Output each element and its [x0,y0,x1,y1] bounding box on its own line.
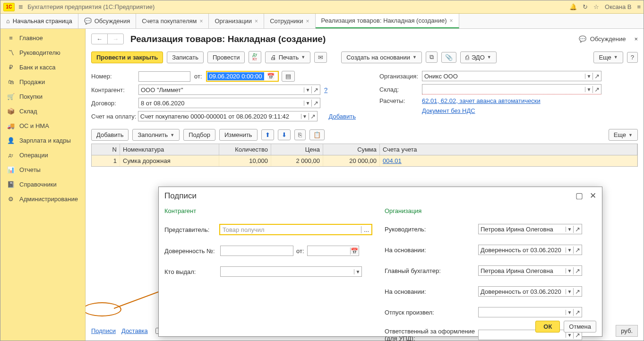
select-button[interactable]: Подбор [183,129,215,141]
poa-no-input[interactable] [220,246,293,256]
cancel-button[interactable]: Отмена [564,321,596,332]
sidebar-item-manager[interactable]: 〽Руководителю [0,45,85,60]
open-icon[interactable]: ↗ [592,73,601,80]
sidebar-item-warehouse[interactable]: 📦Склад [0,104,85,119]
close-icon[interactable]: × [450,17,453,24]
help-link[interactable]: ? [324,86,327,94]
calendar-icon[interactable]: 📅 [264,73,277,80]
settlements-link[interactable]: 62.01, 62.02, зачет аванса автоматически [422,97,541,104]
signs-link[interactable]: Подписи [91,327,116,334]
grid-more-button[interactable]: Еще▼ [609,129,638,141]
move-up-button[interactable]: ⬆ [261,129,274,140]
attach-button[interactable]: 📎 [441,52,456,63]
representative-input[interactable]: Товар получил... [219,224,372,235]
tab-sale[interactable]: Реализация товаров: Накладная (создание)… [316,14,459,28]
delivery-link[interactable]: Доставка [121,327,148,334]
chevron-down-icon[interactable]: ▼ [566,227,573,232]
table-row[interactable]: 1 Сумка дорожная 10,000 2 000,00 20 000,… [92,155,637,166]
sidebar-item-sales[interactable]: 🛍Продажи [0,75,85,89]
back-button[interactable]: ← [92,34,108,44]
doc-icon[interactable]: ▤ [282,71,295,82]
sidebar-item-reports[interactable]: 📊Отчеты [0,162,85,177]
history-icon[interactable]: ↻ [583,3,588,10]
sidebar-item-assets[interactable]: 🚚ОС и НМА [0,119,85,133]
chevron-down-icon[interactable]: ▼ [566,289,573,294]
help-button[interactable]: ? [627,52,638,63]
print-button[interactable]: 🖨Печать▼ [265,51,311,63]
open-icon[interactable]: ↗ [311,100,320,107]
nds-link[interactable]: Документ без НДС [422,107,475,114]
contract-combo[interactable]: 8 от 08.06.2020▼↗ [138,98,320,108]
number-input[interactable] [138,71,190,82]
close-page-icon[interactable]: × [634,35,638,43]
edo-button[interactable]: ⎙ЭДО▼ [460,51,497,63]
create-based-button[interactable]: Создать на основании▼ [341,51,422,63]
invoice-combo[interactable]: Счет покупателю 0000-000001 от 08.06.202… [138,111,318,121]
tab-invoices[interactable]: Счета покупателям× [136,14,209,28]
discuss-label[interactable]: Обсуждение [590,35,626,43]
star-icon[interactable]: ☆ [593,3,599,10]
open-icon[interactable]: ↗ [573,267,582,274]
tab-orgs[interactable]: Организации× [209,14,264,28]
open-icon[interactable]: ↗ [573,288,582,295]
issued-by-combo[interactable]: ▼ [220,266,362,277]
user-name[interactable]: Оксана В [605,3,631,10]
close-icon[interactable]: × [306,18,309,25]
maximize-icon[interactable]: ▢ [575,191,583,201]
ok-button[interactable]: ОК [535,321,560,332]
fill-button[interactable]: Заполнить▼ [132,129,180,141]
poa-date-input[interactable]: 📅 [307,246,359,256]
date-input[interactable]: 09.06.2020 0:00:00 📅 [206,71,279,82]
copy-button[interactable]: ⎘ [294,129,306,140]
org-combo[interactable]: Оникс ООО▼↗ [422,71,601,81]
move-down-button[interactable]: ⬇ [278,129,291,140]
paste-button[interactable]: 📋 [309,129,325,140]
chevron-down-icon[interactable]: ▼ [304,101,311,106]
items-grid[interactable]: N Номенклатура Количество Цена Сумма Сче… [91,144,638,167]
open-icon[interactable]: ↗ [573,247,582,254]
released-combo[interactable]: ▼↗ [478,307,582,317]
base1-combo[interactable]: Доверенность от 03.06.2020▼↗ [478,245,582,255]
tab-home[interactable]: ⌂Начальная страница [0,14,78,28]
choose-button[interactable]: ... [361,226,371,233]
menu-icon[interactable]: ≡ [18,3,23,11]
close-icon[interactable]: ✕ [590,191,596,201]
change-button[interactable]: Изменить [219,129,258,141]
chevron-down-icon[interactable]: ▼ [585,87,592,92]
tab-discuss[interactable]: 💬Обсуждения [78,14,137,28]
contractor-combo[interactable]: ООО "Лиммет"▼↗ [138,85,320,95]
chevron-down-icon[interactable]: ▼ [566,332,573,338]
structure-button[interactable]: ⧉ [426,51,438,63]
warehouse-combo[interactable]: ▼↗ [422,84,601,94]
open-icon[interactable]: ↗ [573,226,582,233]
chevron-down-icon[interactable]: ▼ [304,87,311,93]
sidebar-item-hr[interactable]: 👤Зарплата и кадры [0,133,85,148]
accountant-combo[interactable]: Петрова Ирина Олеговна▼↗ [478,265,582,276]
account-link[interactable]: 004.01 [383,157,402,164]
post-close-button[interactable]: Провести и закрыть [91,51,163,63]
chevron-down-icon[interactable]: ▼ [566,268,573,273]
more-button[interactable]: Еще▼ [593,51,623,63]
open-icon[interactable]: ↗ [573,309,582,316]
add-row-button[interactable]: Добавить [91,129,129,141]
app-menu-icon[interactable]: ≡ [637,3,641,10]
chevron-down-icon[interactable]: ▼ [354,269,361,274]
save-button[interactable]: Записать [167,51,204,63]
bell-icon[interactable]: 🔔 [569,3,577,10]
sidebar-item-admin[interactable]: ⚙Администрирование [0,192,85,206]
sidebar-item-bank[interactable]: ₽Банк и касса [0,60,85,75]
chevron-down-icon[interactable]: ▼ [301,114,309,119]
chevron-down-icon[interactable]: ▼ [566,247,573,253]
sidebar-item-purchases[interactable]: 🛒Покупки [0,89,85,104]
dtkt-button[interactable]: ДтКт [249,51,261,63]
open-icon[interactable]: ↗ [592,86,601,93]
chevron-down-icon[interactable]: ▼ [585,74,592,79]
sidebar-item-main[interactable]: ≡Главное [0,31,85,45]
chevron-down-icon[interactable]: ▼ [566,310,573,315]
calendar-icon[interactable]: 📅 [350,247,359,255]
director-combo[interactable]: Петрова Ирина Олеговна▼↗ [478,224,582,234]
base2-combo[interactable]: Доверенность от 03.06.2020▼↗ [478,286,582,297]
close-icon[interactable]: × [199,18,203,25]
mail-button[interactable]: ✉ [314,52,327,63]
sidebar-item-directories[interactable]: 📓Справочники [0,177,85,192]
